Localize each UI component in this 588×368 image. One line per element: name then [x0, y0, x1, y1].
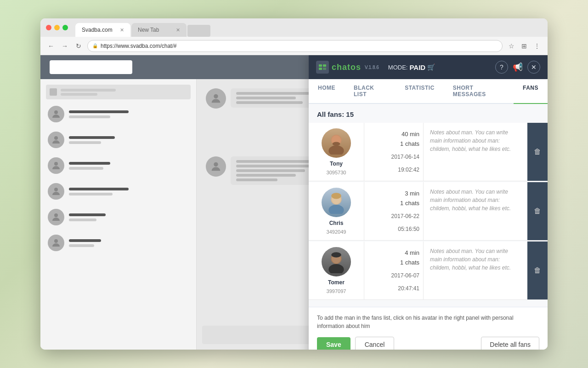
svg-point-14	[328, 145, 344, 155]
chatos-logo-text: chatos	[332, 63, 361, 72]
avatar	[48, 183, 64, 200]
tab-statistic[interactable]: STATISTIC	[396, 79, 444, 104]
minimize-traffic-light[interactable]	[54, 25, 60, 30]
fan-avatar-section-chris: Chris 3492049	[309, 182, 364, 240]
page-search-bar[interactable]	[50, 60, 132, 74]
nav-actions: ☆ ⊞ ⋮	[506, 41, 542, 51]
chatos-logo-icon	[316, 61, 329, 74]
fan-photo-chris	[322, 188, 351, 217]
tab-home[interactable]: HOME	[309, 79, 345, 104]
sidebar-item[interactable]	[46, 180, 191, 202]
fan-row-chris: Chris 3492049 3 min 1 chats 2017-06-22 0…	[309, 182, 548, 241]
avatar	[48, 209, 64, 225]
fan-notes-chris[interactable]: Notes about man. You can write main info…	[424, 182, 527, 240]
fan-notes-tony[interactable]: Notes about man. You can write main info…	[424, 123, 527, 181]
item-lines	[69, 239, 189, 247]
fan-delete-chris[interactable]: 🗑	[527, 182, 548, 240]
search-lines	[61, 89, 187, 96]
fans-footer: To add the man in the fans list, click o…	[309, 307, 548, 350]
fans-content: All fans: 15 Tony	[309, 104, 548, 307]
fan-name-tomer: Tomer	[328, 279, 345, 286]
save-button[interactable]: Save	[317, 337, 351, 350]
tab-newtab-label: New Tab	[138, 27, 159, 33]
svg-point-18	[328, 205, 344, 214]
forward-button[interactable]: →	[60, 41, 70, 51]
sidebar-item[interactable]	[46, 129, 191, 151]
item-lines	[69, 110, 189, 118]
sidebar-search[interactable]	[46, 85, 191, 99]
extensions-icon[interactable]: ⊞	[519, 41, 529, 51]
item-lines	[69, 136, 189, 144]
tab-svadba-close[interactable]: ✕	[120, 27, 124, 33]
svg-rect-9	[319, 64, 322, 67]
page-content: chatos V.1.8.6 MODE: PAID 🛒 ? 📢 ✕ HOME B…	[40, 55, 548, 350]
item-lines	[69, 162, 189, 170]
fan-notes-tomer[interactable]: Notes about man. You can write main info…	[424, 242, 527, 299]
fan-time2-tomer: 20:47:41	[368, 285, 419, 292]
sidebar-item[interactable]	[46, 103, 191, 125]
address-bar[interactable]: 🔒 https://www.svadba.com/chat/#	[87, 40, 503, 52]
fan-date-tony: 2017-06-14	[368, 154, 419, 160]
fan-date-chris: 2017-06-22	[368, 213, 419, 219]
line-1	[69, 162, 110, 165]
chatos-logo: chatos V.1.8.6	[316, 61, 379, 74]
tab-svadba[interactable]: Svadba.com ✕	[75, 23, 130, 37]
lock-icon: 🔒	[92, 43, 98, 48]
close-button[interactable]: ✕	[527, 61, 540, 74]
bookmark-icon[interactable]: ☆	[506, 41, 516, 51]
bubble-line	[236, 174, 296, 177]
avatar	[48, 106, 64, 122]
help-button[interactable]: ?	[495, 61, 508, 74]
delete-icon-chris: 🗑	[534, 207, 541, 215]
delete-all-button[interactable]: Delete all fans	[481, 337, 539, 350]
fan-row-tony: Tony 3095730 40 min 1 chats 2017-06-14 1…	[309, 123, 548, 181]
tab-newtab[interactable]: New Tab ✕	[131, 23, 187, 37]
fans-header: All fans: 15	[309, 104, 548, 123]
back-button[interactable]: ←	[46, 41, 56, 51]
line-1	[69, 110, 129, 113]
fan-avatar-section-tomer: Tomer 3997097	[309, 242, 364, 299]
tab-short-messages[interactable]: SHORT MESSAGES	[444, 79, 514, 104]
svg-rect-12	[323, 68, 326, 70]
reload-button[interactable]: ↻	[74, 41, 84, 51]
svg-rect-11	[323, 64, 326, 67]
fan-chats-tony: 1 chats	[368, 140, 419, 147]
fan-delete-tony[interactable]: 🗑	[527, 123, 548, 181]
fans-footer-text: To add the man in the fans list, click o…	[317, 314, 539, 330]
sidebar-item[interactable]	[46, 206, 191, 228]
sidebar-item[interactable]	[46, 232, 191, 254]
line-1	[69, 213, 106, 216]
line-2	[69, 141, 101, 144]
tab-fans[interactable]: FANS	[514, 79, 548, 104]
chat-avatar	[206, 88, 226, 109]
fan-delete-tomer[interactable]: 🗑	[527, 242, 548, 299]
chatos-header: chatos V.1.8.6 MODE: PAID 🛒 ? 📢 ✕	[309, 55, 548, 79]
mode-value: PAID	[409, 63, 425, 71]
svg-point-24	[331, 252, 341, 258]
svg-point-8	[214, 162, 218, 167]
maximize-traffic-light[interactable]	[62, 25, 68, 30]
notifications-icon[interactable]: 📢	[513, 62, 523, 72]
svg-point-5	[54, 239, 58, 243]
bubble-line	[236, 97, 296, 99]
svg-point-22	[328, 264, 344, 273]
sidebar-item[interactable]	[46, 155, 191, 177]
mode-label: MODE:	[388, 64, 408, 71]
new-tab-button[interactable]	[187, 25, 210, 37]
tab-newtab-close[interactable]: ✕	[176, 27, 180, 33]
fan-time-chris: 3 min	[368, 190, 419, 197]
menu-icon[interactable]: ⋮	[532, 41, 542, 51]
fan-name-chris: Chris	[329, 220, 344, 226]
line-1	[69, 188, 129, 190]
browser-navbar: ← → ↻ 🔒 https://www.svadba.com/chat/# ☆ …	[40, 37, 548, 55]
cancel-button[interactable]: Cancel	[355, 337, 395, 350]
line-2	[69, 193, 113, 196]
search-sq-icon	[50, 88, 57, 96]
tab-blacklist[interactable]: BLACK LIST	[345, 79, 396, 104]
svg-point-2	[54, 162, 58, 166]
fan-chats-chris: 1 chats	[368, 200, 419, 207]
bubble-line	[236, 165, 314, 167]
fan-id-tomer: 3997097	[327, 288, 346, 294]
close-traffic-light[interactable]	[46, 25, 51, 30]
item-lines	[69, 188, 189, 196]
